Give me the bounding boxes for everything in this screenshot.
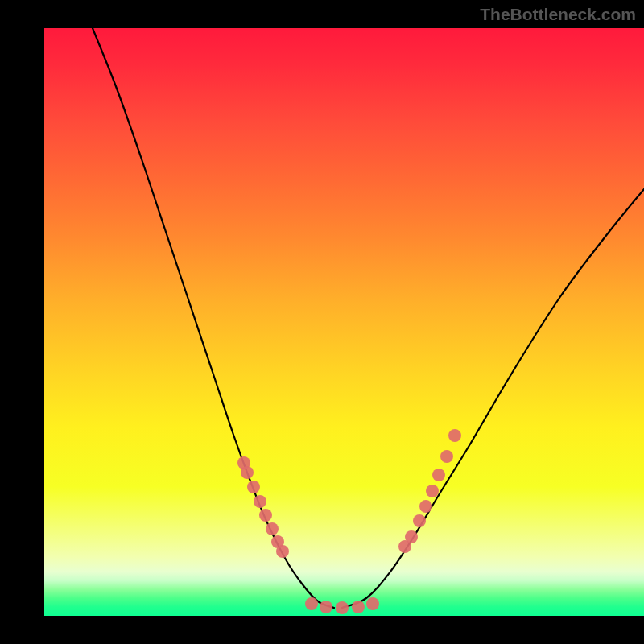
data-dot bbox=[448, 429, 461, 442]
watermark-text: TheBottleneck.com bbox=[480, 5, 636, 24]
plot-area bbox=[44, 28, 644, 616]
left-branch-curve bbox=[93, 28, 334, 608]
data-dot bbox=[276, 545, 289, 558]
data-dot bbox=[305, 597, 318, 610]
data-dot bbox=[259, 509, 272, 522]
curve-layer bbox=[44, 28, 644, 616]
data-dot bbox=[413, 514, 426, 527]
data-dot bbox=[366, 597, 379, 610]
data-dots bbox=[237, 429, 461, 614]
data-dot bbox=[254, 495, 266, 508]
data-dot bbox=[432, 469, 445, 481]
data-dot bbox=[266, 522, 279, 535]
data-dot bbox=[352, 601, 365, 613]
data-dot bbox=[320, 601, 332, 613]
data-dot bbox=[247, 481, 260, 493]
data-dot bbox=[405, 530, 418, 543]
data-dot bbox=[336, 601, 349, 614]
chart-root: TheBottleneck.com bbox=[0, 0, 644, 644]
data-dot bbox=[440, 450, 453, 463]
data-dot bbox=[426, 485, 439, 497]
data-dot bbox=[241, 466, 254, 479]
data-dot bbox=[419, 500, 432, 513]
right-branch-curve bbox=[342, 189, 644, 608]
